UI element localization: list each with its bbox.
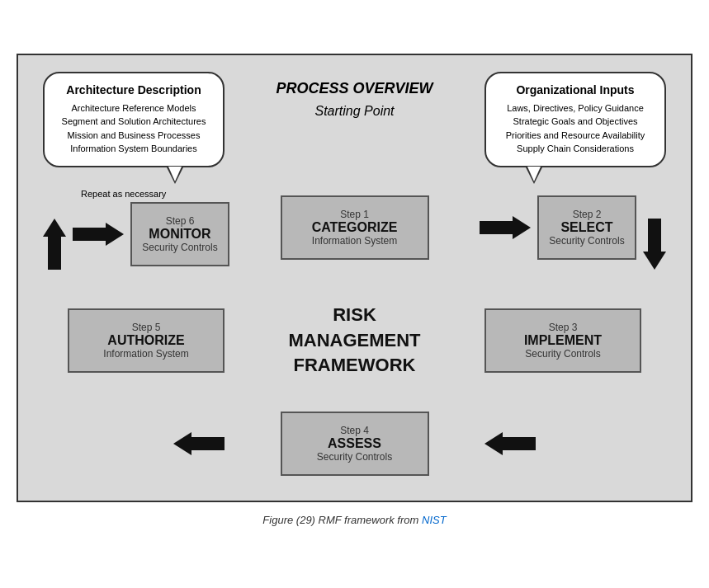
- arrow-to-step2: [480, 216, 531, 239]
- arrow-from-step3: [484, 432, 536, 455]
- arrow-from-step5: [173, 432, 225, 455]
- right-down-arrow: [643, 219, 666, 270]
- rmf-title: RISKMANAGEMENTFRAMEWORK: [288, 303, 420, 379]
- step5-container: Step 5 AUTHORIZE Information System: [68, 308, 225, 373]
- org-bubble-text: Laws, Directives, Policy Guidance Strate…: [499, 101, 651, 156]
- org-bubble: Organizational Inputs Laws, Directives, …: [484, 72, 666, 167]
- starting-point: Starting Point: [225, 104, 484, 119]
- step4-box: Step 4 ASSESS Security Controls: [281, 412, 429, 476]
- step3-box: Step 3 IMPLEMENT Security Controls: [484, 308, 641, 373]
- top-row: Architecture Description Architecture Re…: [43, 72, 666, 167]
- nist-link[interactable]: NIST: [422, 514, 447, 526]
- repeat-label: Repeat as necessary: [81, 189, 166, 199]
- figure-caption: Figure (29) RMF framework from NIST: [17, 514, 692, 526]
- step6-box: Step 6 MONITOR Security Controls: [130, 202, 229, 266]
- arrow-to-step6: [73, 223, 124, 246]
- step5-box: Step 5 AUTHORIZE Information System: [68, 308, 225, 373]
- diagram-wrapper: Architecture Description Architecture Re…: [17, 54, 692, 502]
- left-up-arrow: [43, 219, 66, 270]
- architecture-bubble-title: Architecture Description: [58, 83, 210, 96]
- architecture-bubble: Architecture Description Architecture Re…: [43, 72, 225, 167]
- step2-box: Step 2 SELECT Security Controls: [537, 195, 636, 260]
- org-bubble-title: Organizational Inputs: [499, 83, 651, 96]
- process-title: PROCESS OVERVIEW: [225, 80, 484, 98]
- architecture-bubble-text: Architecture Reference Models Segment an…: [58, 101, 210, 156]
- page-container: Architecture Description Architecture Re…: [0, 45, 709, 543]
- step1-box: Step 1 CATEGORIZE Information System: [281, 195, 429, 260]
- step3-container: Step 3 IMPLEMENT Security Controls: [484, 308, 641, 373]
- process-overview: PROCESS OVERVIEW Starting Point: [225, 72, 484, 120]
